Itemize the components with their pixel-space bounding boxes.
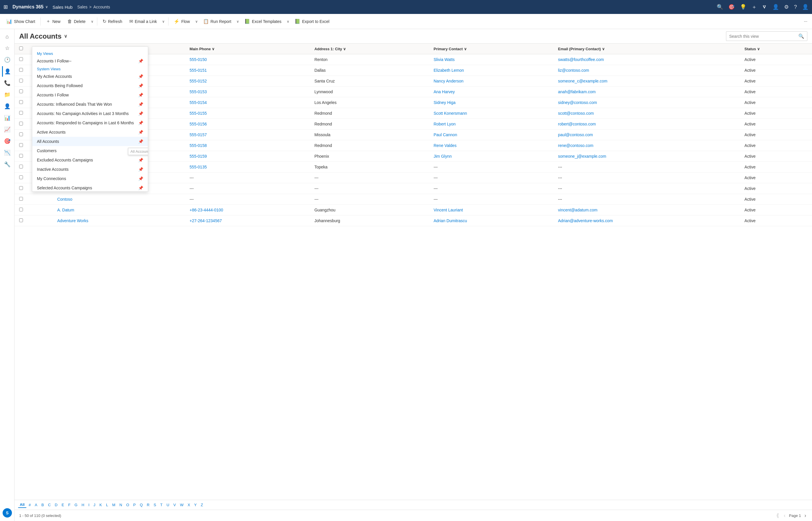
dropdown-system-view-item[interactable]: Active Accounts📌	[32, 128, 148, 137]
sidebar-accounts[interactable]: 👤	[2, 66, 13, 77]
row-checkbox[interactable]	[19, 143, 23, 147]
dropdown-system-view-item[interactable]: Accounts: Influenced Deals That We Won📌	[32, 99, 148, 109]
flow-dropdown[interactable]: ∨	[194, 18, 199, 25]
excel-templates-button[interactable]: 📗 Excel Templates	[242, 17, 285, 26]
dropdown-system-view-item[interactable]: Excluded Accounts Campaigns📌	[32, 155, 148, 165]
sidebar-home[interactable]: ⌂	[2, 31, 13, 42]
alpha-c[interactable]: C	[46, 502, 52, 508]
target-icon[interactable]: 🎯	[728, 4, 735, 10]
sidebar-favorites[interactable]: ☆	[2, 43, 13, 53]
row-checkbox[interactable]	[19, 100, 23, 104]
new-button[interactable]: ＋ New	[43, 17, 63, 26]
email-link[interactable]: Adrian@adventure-works.com	[558, 219, 613, 223]
brand-logo[interactable]: Dynamics 365 ∨	[13, 4, 48, 9]
dropdown-system-view-item[interactable]: Accounts: No Campaign Activities in Last…	[32, 109, 148, 118]
breadcrumb-accounts[interactable]: Accounts	[93, 5, 110, 9]
contact-link[interactable]: Nancy Anderson	[433, 79, 464, 83]
account-name-link[interactable]: Contoso	[57, 197, 72, 202]
contact-link[interactable]: Scott Konersmann	[433, 111, 467, 116]
flow-button[interactable]: ⚡ Flow	[171, 17, 193, 26]
first-page-button[interactable]: ⟪	[775, 512, 780, 519]
email-link[interactable]: liz@contoso.com	[558, 68, 589, 73]
alpha-x[interactable]: X	[186, 502, 192, 508]
row-checkbox[interactable]	[19, 111, 23, 115]
filter-icon[interactable]: ⛛	[762, 4, 767, 10]
alpha-s[interactable]: S	[152, 502, 158, 508]
alpha-q[interactable]: Q	[138, 502, 144, 508]
row-checkbox[interactable]	[19, 89, 23, 93]
row-checkbox-cell[interactable]	[15, 216, 52, 226]
email-link-button[interactable]: ✉ Email a Link	[127, 17, 160, 26]
more-options-button[interactable]: ⋯	[803, 18, 809, 25]
show-chart-button[interactable]: 📊 Show Chart	[3, 17, 38, 26]
contact-link[interactable]: Elizabeth Lemon	[433, 68, 464, 73]
row-checkbox[interactable]	[19, 219, 23, 222]
sidebar-goals[interactable]: 🎯	[2, 136, 13, 146]
dropdown-system-view-item[interactable]: Inactive Accounts📌	[32, 165, 148, 174]
breadcrumb-sales[interactable]: Sales	[77, 5, 87, 9]
contact-link[interactable]: Slivia Watts	[433, 57, 455, 62]
alpha-r[interactable]: R	[145, 502, 151, 508]
sidebar-activities[interactable]: 📊	[2, 113, 13, 123]
email-link[interactable]: sidney@contoso.com	[558, 100, 597, 105]
phone-link[interactable]: 555-0152	[190, 79, 207, 83]
sidebar-reports[interactable]: 📈	[2, 124, 13, 135]
alpha-g[interactable]: G	[73, 502, 79, 508]
dropdown-system-view-item[interactable]: My Active Accounts📌	[32, 72, 148, 81]
row-checkbox[interactable]	[19, 175, 23, 179]
contact-link[interactable]: Ana Harvey	[433, 89, 455, 94]
alpha-p[interactable]: P	[132, 502, 138, 508]
col-header-status[interactable]: Status ∨	[740, 44, 812, 54]
contact-link[interactable]: Vincent Lauriant	[433, 208, 463, 212]
prev-page-button[interactable]: ‹	[783, 512, 787, 519]
run-report-dropdown[interactable]: ∨	[235, 18, 240, 25]
dropdown-system-view-item[interactable]: Accounts I Follow📌	[32, 90, 148, 99]
account-name-link[interactable]: Adventure Works	[57, 219, 88, 223]
sidebar-settings[interactable]: 🔧	[2, 159, 13, 169]
sidebar-recent[interactable]: 🕐	[2, 54, 13, 65]
contact-link[interactable]: Robert Lyon	[433, 122, 455, 126]
col-header-primaryContact[interactable]: Primary Contact ∨	[429, 44, 553, 54]
export-to-excel-button[interactable]: 📗 Export to Excel	[292, 17, 332, 26]
row-checkbox[interactable]	[19, 79, 23, 83]
alpha-v[interactable]: V	[172, 502, 178, 508]
help-icon[interactable]: ?	[794, 4, 797, 10]
email-link[interactable]: swatts@fourthcoffee.com	[558, 57, 604, 62]
contact-link[interactable]: Paul Cannon	[433, 132, 457, 137]
run-report-button[interactable]: 📋 Run Report	[200, 17, 234, 26]
email-link[interactable]: vincent@adatum.com	[558, 208, 597, 212]
phone-link[interactable]: 555-0158	[190, 143, 207, 148]
row-checkbox-cell[interactable]	[15, 194, 52, 205]
dropdown-system-view-item[interactable]: All Accounts📌All Accounts	[32, 137, 148, 146]
dropdown-system-view-item[interactable]: Accounts: Responded to Campaigns in Last…	[32, 118, 148, 128]
user-icon[interactable]: 👤	[772, 4, 779, 10]
excel-templates-dropdown[interactable]: ∨	[286, 18, 291, 25]
delete-button[interactable]: 🗑 Delete	[65, 17, 88, 26]
alpha-a[interactable]: A	[33, 502, 39, 508]
view-title[interactable]: All Accounts ∨	[19, 32, 67, 40]
col-header-mainPhone[interactable]: Main Phone ∨	[185, 44, 310, 54]
phone-link[interactable]: 555-0153	[190, 89, 207, 94]
phone-link[interactable]: 555-0157	[190, 132, 207, 137]
alpha-all[interactable]: All	[18, 502, 26, 508]
phone-link[interactable]: 555-0154	[190, 100, 207, 105]
alpha-#[interactable]: #	[27, 502, 32, 508]
contact-link[interactable]: Sidney Higa	[433, 100, 455, 105]
contact-link[interactable]: Rene Valdes	[433, 143, 456, 148]
phone-link[interactable]: 555-0159	[190, 154, 207, 159]
select-all-checkbox[interactable]	[19, 46, 23, 50]
dropdown-system-view-item[interactable]: My Connections📌	[32, 174, 148, 183]
row-checkbox[interactable]	[19, 186, 23, 190]
sidebar-leads[interactable]: 👤	[2, 101, 13, 112]
refresh-button[interactable]: ↻ Refresh	[100, 17, 125, 26]
alpha-z[interactable]: Z	[199, 502, 205, 508]
phone-link[interactable]: 555-0156	[190, 122, 207, 126]
email-link[interactable]: someone_c@example.com	[558, 79, 607, 83]
email-link[interactable]: paul@contoso.com	[558, 132, 593, 137]
alpha-i[interactable]: I	[87, 502, 91, 508]
sidebar-contacts[interactable]: 📞	[2, 78, 13, 88]
alpha-h[interactable]: H	[80, 502, 86, 508]
row-checkbox[interactable]	[19, 154, 23, 158]
phone-link[interactable]: 555-0155	[190, 111, 207, 116]
contact-link[interactable]: Jim Glynn	[433, 154, 451, 159]
